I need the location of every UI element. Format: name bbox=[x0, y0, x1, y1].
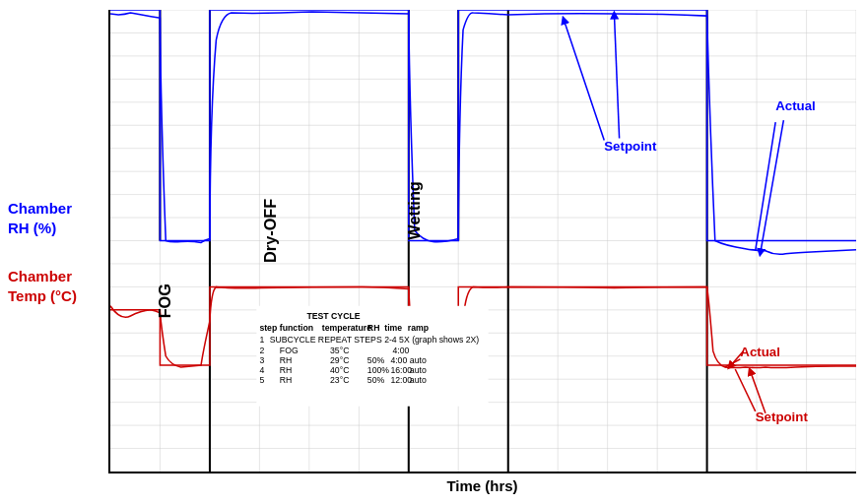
svg-line-96 bbox=[614, 15, 619, 138]
chart-wrapper: .grid-line { stroke: #cccccc; stroke-wid… bbox=[108, 10, 856, 473]
svg-text:2: 2 bbox=[259, 346, 264, 355]
svg-text:TEST CYCLE: TEST CYCLE bbox=[306, 311, 360, 321]
svg-text:RH: RH bbox=[280, 355, 293, 365]
svg-text:1: 1 bbox=[259, 336, 264, 346]
svg-text:RH: RH bbox=[280, 365, 293, 375]
svg-text:40°C: 40°C bbox=[330, 365, 349, 375]
svg-text:4:00: 4:00 bbox=[392, 346, 409, 355]
svg-text:RH: RH bbox=[367, 323, 380, 333]
svg-text:function: function bbox=[280, 323, 313, 333]
svg-text:3: 3 bbox=[259, 355, 264, 365]
svg-text:5: 5 bbox=[259, 375, 264, 385]
svg-text:4: 4 bbox=[259, 365, 264, 375]
svg-text:Setpoint: Setpoint bbox=[756, 410, 809, 424]
svg-text:100%: 100% bbox=[367, 365, 390, 375]
svg-text:auto: auto bbox=[410, 355, 427, 365]
svg-text:50%: 50% bbox=[367, 355, 385, 365]
svg-text:Actual: Actual bbox=[740, 345, 780, 359]
svg-text:Wetting: Wetting bbox=[405, 181, 423, 239]
chart-area: .grid-line { stroke: #cccccc; stroke-wid… bbox=[108, 10, 856, 494]
svg-text:step: step bbox=[259, 323, 277, 333]
svg-text:RH: RH bbox=[280, 375, 293, 385]
temp-label: ChamberTemp (°C) bbox=[8, 267, 77, 305]
svg-text:Dry-OFF: Dry-OFF bbox=[261, 199, 279, 263]
svg-text:FOG: FOG bbox=[156, 284, 173, 318]
svg-text:35°C: 35°C bbox=[330, 346, 349, 355]
svg-text:time: time bbox=[384, 323, 402, 333]
svg-text:50%: 50% bbox=[367, 375, 385, 385]
y-axis-labels: ChamberRH (%) ChamberTemp (°C) bbox=[0, 10, 108, 494]
svg-text:auto: auto bbox=[410, 375, 427, 385]
svg-text:29°C: 29°C bbox=[330, 355, 349, 365]
svg-text:Setpoint: Setpoint bbox=[604, 139, 657, 154]
svg-text:Actual: Actual bbox=[775, 98, 816, 113]
svg-text:SUBCYCLE REPEAT STEPS 2-4 5X (: SUBCYCLE REPEAT STEPS 2-4 5X (graph show… bbox=[270, 336, 480, 346]
svg-text:4:00: 4:00 bbox=[390, 355, 407, 365]
svg-text:temperature: temperature bbox=[322, 323, 371, 333]
svg-text:23°C: 23°C bbox=[330, 375, 349, 385]
chart-main-area: ChamberRH (%) ChamberTemp (°C) .grid-lin… bbox=[0, 10, 856, 494]
rh-label: ChamberRH (%) bbox=[8, 199, 72, 237]
main-container: ChamberRH (%) ChamberTemp (°C) .grid-lin… bbox=[0, 0, 866, 504]
svg-line-89 bbox=[564, 20, 604, 140]
x-axis-label: Time (hrs) bbox=[108, 473, 856, 494]
svg-text:auto: auto bbox=[410, 365, 427, 375]
svg-text:ramp: ramp bbox=[408, 323, 429, 333]
chart-svg: .grid-line { stroke: #cccccc; stroke-wid… bbox=[110, 10, 856, 472]
svg-text:FOG: FOG bbox=[280, 346, 299, 355]
